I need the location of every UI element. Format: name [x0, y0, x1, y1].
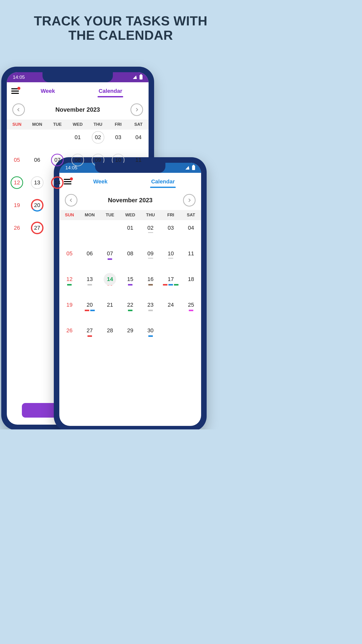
- event-markers: [189, 310, 193, 311]
- calendar-day[interactable]: 27: [27, 225, 48, 240]
- calendar-day[interactable]: 06: [80, 250, 100, 266]
- day-number: 26: [14, 225, 20, 231]
- day-number: 19: [14, 202, 20, 209]
- calendar-day[interactable]: 02: [88, 134, 108, 150]
- next-month-button[interactable]: [130, 103, 143, 116]
- calendar-day[interactable]: 19: [59, 302, 80, 317]
- calendar-day[interactable]: 16: [140, 276, 161, 292]
- tab-week[interactable]: Week: [40, 86, 56, 96]
- calendar-day[interactable]: 05: [7, 157, 27, 172]
- calendar-day[interactable]: 02: [140, 225, 161, 240]
- calendar-day[interactable]: 12: [59, 276, 80, 292]
- menu-button[interactable]: [64, 179, 71, 184]
- day-number: 06: [87, 250, 93, 257]
- weekday-label: WED: [68, 122, 88, 127]
- day-number: 19: [66, 302, 72, 308]
- day-number: 09: [95, 157, 101, 163]
- calendar-day[interactable]: 04: [128, 134, 149, 150]
- day-number: 20: [87, 302, 93, 308]
- event-marker: [163, 284, 167, 286]
- calendar-day[interactable]: 09: [140, 250, 161, 266]
- calendar-day[interactable]: 01: [120, 225, 141, 240]
- calendar-day[interactable]: 23: [140, 302, 161, 317]
- calendar-day[interactable]: 21: [100, 302, 120, 317]
- day-number: 13: [87, 276, 93, 283]
- day-number: 12: [14, 179, 20, 186]
- event-marker: [168, 284, 173, 286]
- calendar-day[interactable]: 22: [120, 302, 141, 317]
- calendar-day[interactable]: 14: [100, 276, 120, 292]
- event-marker: [189, 310, 193, 311]
- calendar-day[interactable]: 06: [27, 157, 48, 172]
- event-marker: [87, 335, 92, 337]
- calendar-day[interactable]: 20: [80, 302, 100, 317]
- notification-dot-icon: [70, 177, 73, 180]
- day-number: 23: [147, 302, 153, 308]
- calendar-grid: 0102030405060708091011121314151617181920…: [59, 220, 201, 347]
- day-number: 26: [66, 327, 72, 334]
- calendar-empty: [47, 134, 68, 150]
- calendar-day[interactable]: 15: [120, 276, 141, 292]
- signal-icon: [185, 166, 191, 170]
- calendar-day[interactable]: 03: [161, 225, 181, 240]
- calendar-day[interactable]: 05: [59, 250, 80, 266]
- calendar-day[interactable]: 28: [100, 327, 120, 343]
- calendar-day[interactable]: 13: [27, 179, 48, 195]
- calendar-day[interactable]: 26: [59, 327, 80, 343]
- weekday-label: TUE: [100, 213, 120, 218]
- calendar-day[interactable]: 13: [80, 276, 100, 292]
- calendar-day[interactable]: 29: [120, 327, 141, 343]
- day-number: 28: [107, 327, 113, 334]
- calendar-day[interactable]: 30: [140, 327, 161, 343]
- calendar-day[interactable]: 10: [161, 250, 181, 266]
- calendar-day[interactable]: 24: [161, 302, 181, 317]
- calendar-day[interactable]: 11: [181, 250, 201, 266]
- calendar-day[interactable]: 03: [108, 134, 128, 150]
- calendar-empty: [161, 327, 181, 343]
- tab-week[interactable]: Week: [92, 177, 109, 186]
- next-month-button[interactable]: [183, 194, 196, 207]
- event-markers: [128, 284, 132, 286]
- calendar-day[interactable]: 25: [181, 302, 201, 317]
- calendar-day[interactable]: 26: [7, 225, 27, 240]
- day-underline: [168, 258, 173, 259]
- calendar-day[interactable]: 08: [120, 250, 141, 266]
- event-markers: [163, 284, 178, 286]
- tab-calendar[interactable]: Calendar: [150, 177, 176, 186]
- menu-button[interactable]: [11, 88, 19, 94]
- calendar-day[interactable]: 07: [100, 250, 120, 266]
- event-marker: [128, 284, 132, 286]
- calendar-day[interactable]: 17: [161, 276, 181, 292]
- calendar-empty: [181, 327, 201, 343]
- calendar-day[interactable]: 18: [181, 276, 201, 292]
- day-number: 30: [147, 327, 153, 334]
- day-number: 04: [188, 225, 194, 231]
- calendar-day[interactable]: 20: [27, 202, 48, 218]
- event-markers: [85, 310, 95, 311]
- calendar-day[interactable]: 12: [7, 179, 27, 195]
- prev-month-button[interactable]: [65, 194, 77, 207]
- month-label: November 2023: [55, 106, 100, 113]
- event-markers: [148, 284, 153, 286]
- event-markers: [87, 335, 92, 337]
- event-markers: [108, 258, 112, 260]
- promo-headline: TRACK YOUR TASKS WITH THE CALENDAR: [0, 0, 241, 43]
- weekday-label: WED: [120, 213, 141, 218]
- battery-icon: [192, 166, 195, 170]
- weekday-label: MON: [27, 122, 48, 127]
- weekday-label: THU: [140, 213, 161, 218]
- event-markers: [148, 310, 153, 311]
- calendar-day[interactable]: 27: [80, 327, 100, 343]
- event-marker: [174, 284, 178, 286]
- day-number: 14: [107, 276, 113, 283]
- calendar-day[interactable]: 04: [181, 225, 201, 240]
- day-number: 06: [34, 157, 40, 163]
- day-number: 11: [135, 157, 141, 163]
- calendar-day[interactable]: 01: [68, 134, 88, 150]
- day-number: 27: [34, 225, 40, 231]
- calendar-day[interactable]: 19: [7, 202, 27, 218]
- weekday-label: THU: [88, 122, 108, 127]
- tab-calendar[interactable]: Calendar: [98, 86, 123, 96]
- prev-month-button[interactable]: [12, 103, 25, 116]
- day-number: 07: [107, 250, 113, 257]
